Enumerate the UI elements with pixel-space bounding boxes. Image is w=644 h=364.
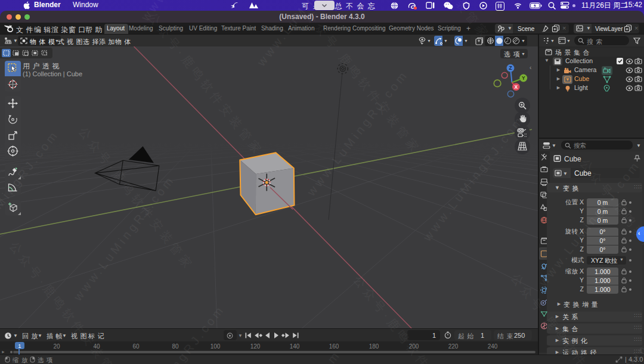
svg-text:Z: Z <box>509 65 512 71</box>
svg-text:Y: Y <box>522 75 525 81</box>
svg-text:X: X <box>515 84 518 90</box>
